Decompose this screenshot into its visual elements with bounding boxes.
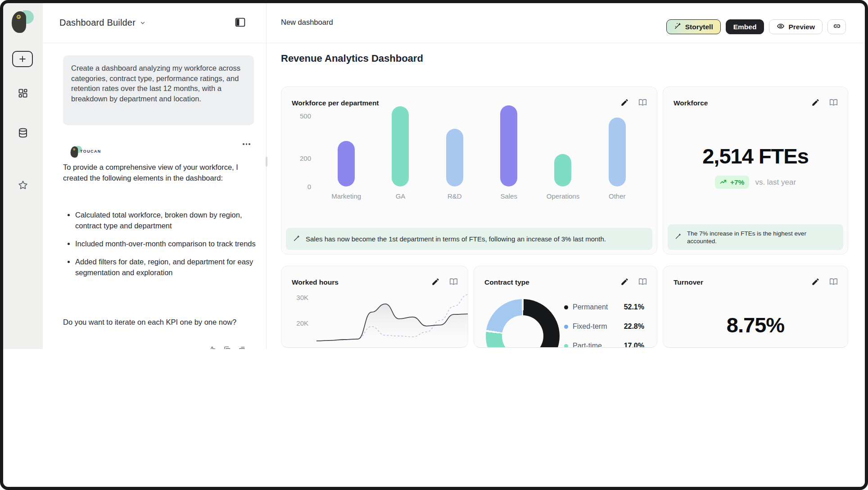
assistant-bullet: Calculated total workforce, broken down … <box>75 209 257 231</box>
card-title: Workforce <box>674 99 708 107</box>
card-worked-hours: Worked hours 30K 20K <box>281 266 468 348</box>
legend-label: Fixed-term <box>573 322 607 331</box>
card-workforce-per-department: Workforce per department 0200500 Marketi… <box>281 86 657 254</box>
worked-hours-line-chart <box>316 289 468 348</box>
page-title: Revenue Analytics Dashboard <box>281 53 423 64</box>
bar-ga <box>392 106 409 186</box>
assistant-header-row: TOUCAN <box>63 140 254 155</box>
bar-category-label: Operations <box>547 192 579 200</box>
database-icon[interactable] <box>18 127 28 138</box>
open-book-icon[interactable] <box>449 277 458 288</box>
panel-collapse-icon[interactable] <box>235 17 246 28</box>
bar-sales <box>500 105 517 186</box>
panel-title-dropdown[interactable]: Dashboard Builder <box>59 17 146 28</box>
assistant-bullet: Included month-over-month comparison to … <box>75 238 257 249</box>
delta-caption: vs. last year <box>755 178 796 187</box>
edit-pencil-icon[interactable] <box>620 277 629 288</box>
bar-category-label: Marketing <box>331 192 361 200</box>
trending-up-icon <box>720 178 727 186</box>
delta-badge: +7% <box>715 176 749 189</box>
insight-text: Sales has now become the 1st department … <box>306 235 606 243</box>
panel-resize-handle[interactable] <box>266 157 267 167</box>
bar-category-label: GA <box>396 192 406 200</box>
toucan-avatar <box>69 145 77 152</box>
bar-category-label: R&D <box>448 192 462 200</box>
contract-type-donut <box>486 299 560 348</box>
insight-text: The 7% increase in FTEs is the highest e… <box>687 230 836 245</box>
insight-strip: Sales has now become the 1st department … <box>286 228 652 250</box>
workforce-bar-chart: 0200500 MarketingGAR&DSalesOperationsOth… <box>292 101 646 205</box>
turnover-kpi-value: 8.75% <box>663 313 848 337</box>
chevron-down-icon <box>140 18 146 28</box>
card-title: Worked hours <box>292 278 339 286</box>
thumbs-up-icon[interactable] <box>208 346 216 349</box>
bar-ytick-label: 200 <box>300 154 311 162</box>
bar-other <box>609 118 626 186</box>
edit-pencil-icon[interactable] <box>431 277 440 288</box>
preview-button[interactable]: Preview <box>769 19 823 34</box>
insight-strip: The 7% increase in FTEs is the highest e… <box>668 224 843 250</box>
bar-marketing <box>338 141 355 186</box>
legend-row: Part-time17.0% <box>564 341 644 348</box>
legend-dot <box>564 325 568 329</box>
copy-link-button[interactable] <box>827 19 846 34</box>
open-book-icon[interactable] <box>829 98 838 109</box>
assistant-brand-label: TOUCAN <box>80 149 101 154</box>
legend-dot <box>564 344 568 348</box>
bar-column: Other <box>597 101 637 201</box>
plus-icon <box>18 54 27 64</box>
bar-chart-y-axis: 0200500 <box>292 101 313 186</box>
new-dashboard-button[interactable] <box>12 51 33 67</box>
header-buttons: Storytell Embed Preview <box>666 19 846 34</box>
assistant-bullet: Added filters for date, region, and depa… <box>75 256 257 278</box>
eye-icon <box>777 22 785 32</box>
card-workforce-kpi: Workforce 2,514 FTEs +7% <box>663 86 848 254</box>
legend-value: 22.8% <box>624 322 644 331</box>
card-contract-type: Contract type Permanent52.1%Fixed-term22… <box>474 266 657 348</box>
embed-button[interactable]: Embed <box>726 19 764 34</box>
assistant-question: Do you want to iterate on each KPI one b… <box>63 317 256 327</box>
bar-chart-plot: MarketingGAR&DSalesOperationsOther <box>319 101 644 201</box>
legend-label: Permanent <box>573 303 608 311</box>
dashboard-name: New dashboard <box>281 18 333 27</box>
card-turnover: Turnover 8.75% <box>663 266 848 348</box>
open-book-icon[interactable] <box>829 277 838 288</box>
toucan-logo <box>9 9 36 35</box>
dashboards-grid-icon[interactable] <box>18 88 28 99</box>
bar-category-label: Other <box>609 192 626 200</box>
card-title: Contract type <box>484 278 529 286</box>
legend-dot <box>564 305 568 309</box>
workforce-delta-row: +7% vs. last year <box>663 176 848 189</box>
workforce-kpi-value: 2,514 FTEs <box>663 144 848 168</box>
panel-title: Dashboard Builder <box>59 18 136 28</box>
bar-rd <box>446 129 463 186</box>
open-book-icon[interactable] <box>638 277 647 288</box>
regenerate-icon[interactable] <box>238 346 246 349</box>
assistant-bullet-list: Calculated total workforce, broken down … <box>64 209 257 285</box>
bar-operations <box>554 154 571 186</box>
legend-row: Fixed-term22.8% <box>564 322 644 331</box>
bar-column: R&D <box>434 101 475 201</box>
user-prompt-bubble: Create a dashboard analyzing my workforc… <box>63 55 254 125</box>
assistant-intro: To provide a comprehensive view of your … <box>63 162 256 183</box>
panel-header: Dashboard Builder <box>43 3 266 43</box>
bar-column: Operations <box>542 101 583 201</box>
icon-rail <box>3 3 43 349</box>
edit-pencil-icon[interactable] <box>811 277 820 288</box>
message-more-button[interactable] <box>243 142 253 146</box>
card-title: Turnover <box>674 278 703 286</box>
copy-icon[interactable] <box>223 346 231 349</box>
edit-pencil-icon[interactable] <box>811 98 820 109</box>
wand-icon <box>675 233 682 241</box>
legend-value: 52.1% <box>624 303 644 311</box>
legend-label: Part-time <box>573 342 602 348</box>
bar-category-label: Sales <box>500 192 517 200</box>
main-area: New dashboard Storytell Embed Preview <box>267 3 865 349</box>
storytell-button[interactable]: Storytell <box>666 19 721 34</box>
wand-icon <box>674 22 682 32</box>
app-window: Dashboard Builder Create a dashboard ana… <box>3 3 865 349</box>
star-icon[interactable] <box>18 180 28 191</box>
bar-ytick-label: 500 <box>300 112 311 120</box>
bar-column: Marketing <box>326 101 366 201</box>
legend-value: 17.0% <box>624 342 644 348</box>
